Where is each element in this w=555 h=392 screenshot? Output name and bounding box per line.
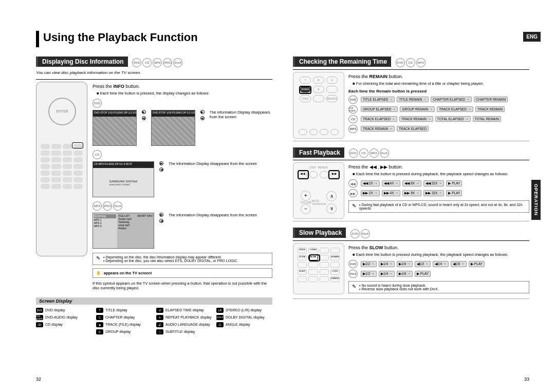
footnote-text: If this symbol appears on the TV screen …: [92, 281, 272, 290]
rewind-button-highlight: [298, 170, 309, 179]
slow-button-highlight: [309, 254, 320, 262]
page-number-left: 32: [36, 377, 41, 382]
seq-slow-dvd: DVD▶1/2▶1/4▶1/8◀1/2◀1/4◀1/8▶ PLAY: [348, 260, 529, 268]
lang-tab: ENG: [523, 32, 541, 42]
screen-display-subhead: Screen Display: [36, 297, 272, 305]
remote-fast: STEP REPEAT ◀◀▶▶ +VOLUME− MUTETUNING/CH …: [293, 162, 344, 219]
seq-fast-fwd: ▶▶▶▶ 2X▶▶ 4X▶▶ 8X▶▶ 32X▶ PLAY: [348, 189, 529, 197]
note-icon: ✎: [352, 203, 356, 210]
section-heading-remain: Checking the Remaining Time: [293, 57, 391, 67]
seq-remain-dvdaudio: DVD AUDIOGROUP ELAPSEDGROUP REMAINTRACK …: [348, 105, 529, 114]
remote-slow: MODETUNER ZOOMSLOWREMAIN SLEEPLOGO DIMME…: [293, 243, 344, 294]
info-button-highlight: [72, 142, 83, 148]
section-heading-fast: Fast Playback: [293, 147, 344, 158]
info-button-bullet: Each time the button is pressed, the dis…: [97, 91, 272, 96]
osd-caption-2: The information Display disappears from …: [169, 161, 257, 166]
remote-remain: 789REMAIN0STEPREPEAT: [293, 72, 344, 139]
left-column: Displaying Disc Information DVD CD MP3 J…: [36, 57, 272, 334]
seq-remain-mp3: MP3TRACK REMAINTRACK ELAPSED: [348, 125, 529, 133]
press-fast-instruction: Press the ◀◀ , ▶▶ button.: [348, 164, 529, 170]
intro-text: You can view disc playback information o…: [36, 70, 272, 75]
osd-thumb-dvd-2: DVD STOP 1/10 FG:ENG DP:1/1 0:00:37: [151, 110, 195, 146]
remain-button-highlight: [299, 86, 311, 94]
press-remain-instruction: Press the REMAIN button.: [348, 74, 529, 79]
note-icon: ✎: [352, 284, 356, 291]
press-slow-instruction: Press the SLOW button.: [348, 245, 529, 250]
tv-screen-warn-box: ✋ appears on the TV screen!: [92, 268, 272, 278]
osd-caption-1: The information Display disappears from …: [210, 110, 272, 119]
osd-caption-3: The information Display disappears from …: [169, 213, 257, 217]
right-column: Checking the Remaining Time DVD CD MP3 7…: [293, 57, 529, 334]
seq-slow-divx: DivX▶1/2▶1/4▶1/8▶ PLAY: [348, 270, 529, 278]
section-heading-disc-info: Displaying Disc Information: [36, 57, 128, 67]
note-icon: ✎: [96, 255, 100, 263]
press-info-instruction: Press the INFO button.: [92, 84, 272, 89]
forward-button-highlight: [328, 170, 340, 179]
slow-note-box: ✎• No sound is heard during slow playbac…: [348, 281, 529, 293]
page-number-right: 33: [524, 377, 529, 382]
osd-thumb-dvd-1: DVD STOP 1/10 FG:ENG DP:1/1 0:00:37: [92, 110, 137, 146]
hand-icon: ✋: [96, 271, 101, 275]
section-heading-slow: Slow Playback: [293, 228, 346, 238]
side-tab-operation: OPERATION: [531, 180, 541, 220]
seq-remain-cd: CDTRACK ELAPSEDTRACK REMAINTOTAL ELAPSED…: [348, 115, 529, 123]
seq-fast-rew: ◀◀◀◀ 2X◀◀ 4X◀◀ 8X◀◀ 32X▶ PLAY: [348, 179, 529, 188]
disc-type-badges: DVD CD MP3 JPEG DivX: [132, 58, 182, 67]
osd-thumb-mp3: SORTING MP3 1 MP3 2 MP3 3 FILE LISTSMART…: [92, 213, 154, 249]
page-title: Using the Playback Function: [36, 31, 529, 47]
remote-illustration: ENTER: [36, 82, 87, 256]
info-note-box: ✎ • Depending on the disc, the disc info…: [92, 253, 272, 265]
screen-display-legend: DVDDVD display TTITLE display ⏱ELAPSED T…: [36, 308, 272, 334]
osd-thumb-cd: CD MP3 FG:ENG DP:1/1 0:00:37SAMSUNG DIGI…: [92, 161, 154, 197]
seq-remain-dvd: DVDTITLE ELAPSEDTITLE REMAINCHAPTER ELAP…: [348, 96, 529, 104]
fast-note-box: ✎• During fast playback of a CD or MP3-C…: [348, 200, 529, 213]
